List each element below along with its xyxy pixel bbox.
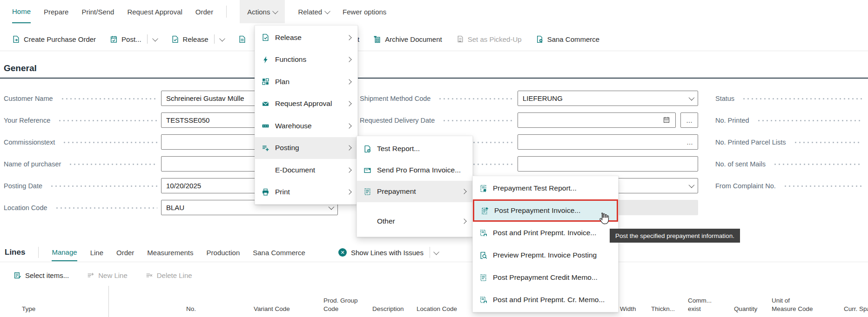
report-gear-icon xyxy=(363,145,371,153)
column-header-width[interactable]: Width xyxy=(620,305,636,313)
general-section-title: General xyxy=(4,63,37,73)
column-header-curr-spa[interactable]: Curr. Spa xyxy=(844,305,868,313)
column-header-prod-group-code[interactable]: Prod. Group Code xyxy=(323,297,358,313)
document-icon xyxy=(238,35,246,43)
dotted-leader xyxy=(742,91,862,106)
column-header-thickness[interactable]: Thickn... xyxy=(651,305,675,313)
lines-tab-sana-commerce[interactable]: Sana Commerce xyxy=(253,244,305,261)
shipment-method-combobox[interactable]: LIEFERUNG xyxy=(518,91,698,106)
select-items-button[interactable]: Select items... xyxy=(13,271,69,279)
lines-divider xyxy=(38,247,39,258)
menu-item-test-report[interactable]: Test Report... xyxy=(357,138,472,159)
dotted-leader xyxy=(794,134,862,150)
tab-order[interactable]: Order xyxy=(195,0,213,23)
split-divider xyxy=(147,34,148,44)
document-arrow-icon xyxy=(12,35,20,43)
menu-item-e-document[interactable]: E-Document xyxy=(255,159,357,181)
field-label: Posting Date xyxy=(4,182,46,190)
menu-item-preview-prepmt-invoice-posting[interactable]: Preview Prepmt. Invoice Posting xyxy=(473,244,618,266)
menu-item-post-prepayment-invoice[interactable]: Post Prepayment Invoice... xyxy=(473,199,618,222)
requested-delivery-date-input[interactable] xyxy=(518,112,676,128)
chevron-down-icon xyxy=(273,8,279,14)
ellipsis-icon[interactable]: … xyxy=(686,139,693,146)
assist-edit-button[interactable]: … xyxy=(680,112,698,128)
column-header-no[interactable]: No. xyxy=(186,305,196,313)
grid-icon xyxy=(262,78,269,86)
tab-prepare[interactable]: Prepare xyxy=(44,0,68,23)
delete-line-icon xyxy=(145,271,153,279)
chevron-down-icon[interactable] xyxy=(152,35,158,41)
tooltip: Post the specified prepayment informatio… xyxy=(610,229,740,243)
chevron-right-icon xyxy=(346,190,351,195)
column-header-variant-code[interactable]: Variant Code xyxy=(254,305,290,313)
blank-icon xyxy=(363,218,371,225)
tab-request-approval[interactable]: Request Approval xyxy=(127,0,182,23)
dotted-leader xyxy=(68,156,157,172)
menu-item-post-and-print-prepmt-invoice[interactable]: Post and Print Prepmt. Invoice... xyxy=(473,222,618,244)
split-divider xyxy=(214,34,215,44)
menu-item-posting[interactable]: Posting xyxy=(255,137,357,159)
column-header-comm-exist[interactable]: Comm... exist xyxy=(688,297,712,313)
lines-tab-order[interactable]: Order xyxy=(116,244,134,261)
dotted-leader xyxy=(757,112,862,128)
invoice-plus-icon xyxy=(481,207,489,215)
menu-item-print[interactable]: Print xyxy=(255,181,357,204)
lines-tab-measurements[interactable]: Measurements xyxy=(147,244,193,261)
prepayment-submenu: Prepayment Test Report... Post Prepaymen… xyxy=(472,176,619,312)
dotted-leader xyxy=(61,91,157,106)
column-header-description[interactable]: Description xyxy=(372,305,404,313)
menu-item-post-prepayment-credit-memo[interactable]: Post Prepayment Credit Memo... xyxy=(473,266,618,289)
column-header-type[interactable]: Type xyxy=(22,305,35,313)
general-section-underline xyxy=(0,78,868,79)
picked-up-icon xyxy=(456,35,464,43)
toolbar-divider xyxy=(0,51,868,51)
tab-related[interactable]: Related xyxy=(298,0,330,23)
chevron-down-icon[interactable] xyxy=(219,35,225,41)
clipped-action-icon[interactable] xyxy=(238,35,246,43)
field-row-from-complaint-no: From Complaint No. xyxy=(715,178,866,193)
lines-tab-manage[interactable]: Manage xyxy=(52,244,77,261)
middle-field-4-input[interactable] xyxy=(518,156,698,172)
field-row-no-printed: No. Printed xyxy=(715,112,866,128)
menu-item-prepayment[interactable]: Prepayment xyxy=(357,181,472,202)
issues-divider xyxy=(430,247,430,258)
menu-item-warehouse[interactable]: Warehouse xyxy=(255,115,357,137)
create-purchase-order-button[interactable]: Create Purchase Order xyxy=(12,35,96,43)
post-split-button[interactable]: Post... xyxy=(110,34,157,44)
column-header-quantity[interactable]: Quantity xyxy=(734,305,757,313)
menu-item-other[interactable]: Other xyxy=(357,211,472,232)
menu-item-request-approval[interactable]: Request Approval xyxy=(255,93,357,115)
field-label: Status xyxy=(715,95,738,102)
show-lines-with-issues-toggle[interactable]: ✕ Show Lines with Issues xyxy=(338,244,438,261)
chevron-down-icon[interactable] xyxy=(433,249,439,255)
chevron-right-icon xyxy=(346,35,351,40)
menu-item-plan[interactable]: Plan xyxy=(255,71,357,93)
lightning-icon xyxy=(262,56,269,64)
table-selector-divider xyxy=(108,286,109,317)
invoice-printer-icon xyxy=(479,296,487,304)
archive-document-button[interactable]: Archive Document xyxy=(373,35,442,43)
tab-home[interactable]: Home xyxy=(12,0,31,23)
menu-item-prepayment-test-report[interactable]: Prepayment Test Report... xyxy=(473,177,618,199)
menu-item-post-and-print-prepmt-cr-memo[interactable]: Post and Print Prepmt. Cr. Memo... xyxy=(473,289,618,311)
sana-commerce-button[interactable]: Sana Commerce xyxy=(536,35,600,43)
column-header-location-code[interactable]: Location Code xyxy=(417,305,457,313)
column-header-unit-of-measure[interactable]: Unit of Measure Code xyxy=(772,297,813,313)
lines-tab-line[interactable]: Line xyxy=(90,244,103,261)
calendar-icon[interactable] xyxy=(663,116,671,124)
middle-field-3-input[interactable]: … xyxy=(518,134,698,150)
lines-divider-line xyxy=(0,262,868,262)
field-label: Your Reference xyxy=(4,117,54,124)
tab-fewer-options[interactable]: Fewer options xyxy=(343,0,386,23)
tab-actions[interactable]: Actions xyxy=(240,0,285,23)
tab-print-send[interactable]: Print/Send xyxy=(81,0,114,23)
dotted-leader xyxy=(438,91,514,106)
lines-tab-production[interactable]: Production xyxy=(207,244,240,261)
menu-item-release[interactable]: Release xyxy=(255,26,357,49)
menu-item-send-pro-forma-invoice[interactable]: Send Pro Forma Invoice... xyxy=(357,159,472,181)
menu-item-functions[interactable]: Functions xyxy=(255,49,357,71)
dotted-leader xyxy=(442,112,514,128)
printer-icon xyxy=(262,188,269,196)
dotted-leader xyxy=(62,134,157,150)
release-split-button[interactable]: Release xyxy=(171,34,224,44)
